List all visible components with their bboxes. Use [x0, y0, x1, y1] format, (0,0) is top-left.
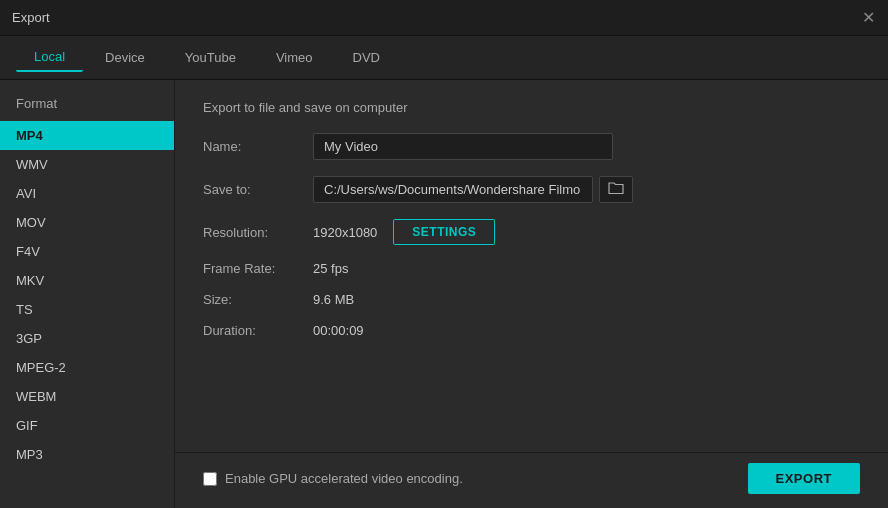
browse-folder-button[interactable] — [599, 176, 633, 203]
window-title: Export — [12, 10, 50, 25]
size-value: 9.6 MB — [313, 292, 354, 307]
title-bar: Export ✕ — [0, 0, 888, 36]
sidebar-item-mkv[interactable]: MKV — [0, 266, 174, 295]
tab-youtube[interactable]: YouTube — [167, 44, 254, 71]
resolution-row: Resolution: 1920x1080 SETTINGS — [203, 219, 860, 245]
settings-button[interactable]: SETTINGS — [393, 219, 495, 245]
size-label: Size: — [203, 292, 313, 307]
tab-local[interactable]: Local — [16, 43, 83, 72]
sidebar-item-webm[interactable]: WEBM — [0, 382, 174, 411]
sidebar-item-mpeg2[interactable]: MPEG-2 — [0, 353, 174, 382]
tab-vimeo[interactable]: Vimeo — [258, 44, 331, 71]
export-button[interactable]: EXPORT — [748, 463, 860, 494]
sidebar-item-mp3[interactable]: MP3 — [0, 440, 174, 469]
gpu-label-text: Enable GPU accelerated video encoding. — [225, 471, 463, 486]
save-to-label: Save to: — [203, 182, 313, 197]
resolution-controls: 1920x1080 SETTINGS — [313, 219, 495, 245]
duration-label: Duration: — [203, 323, 313, 338]
resolution-value: 1920x1080 — [313, 225, 377, 240]
close-button[interactable]: ✕ — [860, 10, 876, 26]
save-to-input[interactable] — [313, 176, 593, 203]
main-panel: Export to file and save on computer Name… — [175, 80, 888, 452]
sidebar-item-f4v[interactable]: F4V — [0, 237, 174, 266]
name-input[interactable] — [313, 133, 613, 160]
name-row: Name: — [203, 133, 860, 160]
save-to-row: Save to: — [203, 176, 860, 203]
tab-device[interactable]: Device — [87, 44, 163, 71]
sidebar-item-mp4[interactable]: MP4 — [0, 121, 174, 150]
save-to-controls — [313, 176, 633, 203]
tab-bar: Local Device YouTube Vimeo DVD — [0, 36, 888, 80]
sidebar-item-ts[interactable]: TS — [0, 295, 174, 324]
frame-rate-value: 25 fps — [313, 261, 348, 276]
main-subtitle: Export to file and save on computer — [203, 100, 860, 115]
size-row: Size: 9.6 MB — [203, 292, 860, 307]
sidebar-item-gif[interactable]: GIF — [0, 411, 174, 440]
duration-row: Duration: 00:00:09 — [203, 323, 860, 338]
duration-value: 00:00:09 — [313, 323, 364, 338]
sidebar-item-mov[interactable]: MOV — [0, 208, 174, 237]
content-area: Format MP4 WMV AVI MOV F4V MKV TS 3GP MP… — [0, 80, 888, 508]
sidebar-item-wmv[interactable]: WMV — [0, 150, 174, 179]
sidebar-item-3gp[interactable]: 3GP — [0, 324, 174, 353]
sidebar-format-header: Format — [0, 92, 174, 121]
bottom-bar: Enable GPU accelerated video encoding. E… — [175, 452, 888, 508]
gpu-encoding-label[interactable]: Enable GPU accelerated video encoding. — [203, 471, 463, 486]
tab-dvd[interactable]: DVD — [335, 44, 398, 71]
sidebar-item-avi[interactable]: AVI — [0, 179, 174, 208]
resolution-label: Resolution: — [203, 225, 313, 240]
format-sidebar: Format MP4 WMV AVI MOV F4V MKV TS 3GP MP… — [0, 80, 175, 508]
name-label: Name: — [203, 139, 313, 154]
frame-rate-row: Frame Rate: 25 fps — [203, 261, 860, 276]
gpu-checkbox[interactable] — [203, 472, 217, 486]
frame-rate-label: Frame Rate: — [203, 261, 313, 276]
